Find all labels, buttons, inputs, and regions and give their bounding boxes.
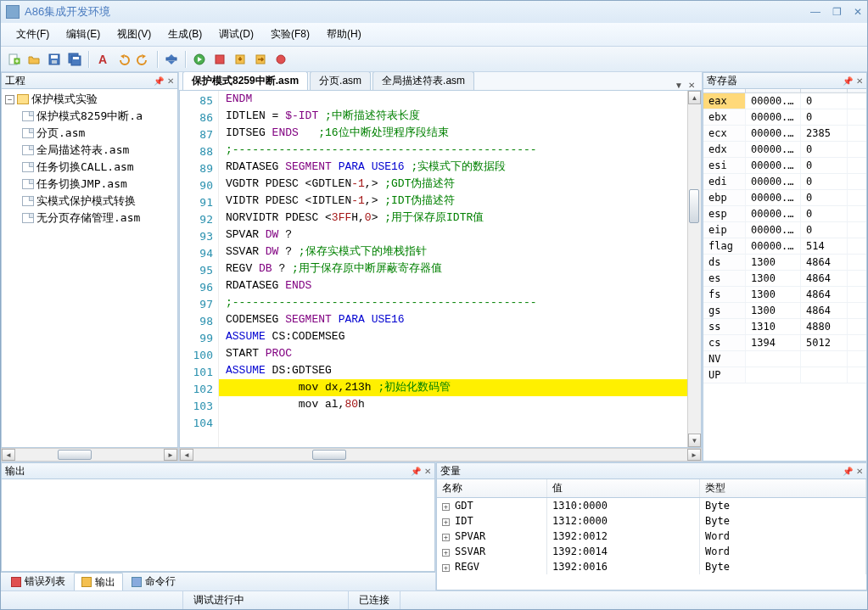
code-line[interactable]: IDTSEG ENDS ;16位中断处理程序段结束 — [219, 125, 687, 142]
variable-row[interactable]: +GDT1310:0000Byte — [437, 498, 866, 513]
pin-icon[interactable]: 📌 — [843, 76, 853, 86]
menu-item[interactable]: 文件(F) — [8, 25, 58, 44]
minimize-button[interactable]: — — [810, 6, 820, 18]
variable-row[interactable]: +SPVAR1392:0012Word — [437, 529, 866, 544]
output-tab[interactable]: 命令行 — [125, 573, 182, 590]
editor-vscroll[interactable]: ▲▼ — [687, 91, 701, 447]
expand-icon[interactable]: + — [442, 534, 450, 541]
register-row[interactable]: ebp00000...0 — [703, 190, 866, 206]
code-line[interactable]: REGV DB ? ;用于保存原中断屏蔽寄存器值 — [219, 260, 687, 277]
code-line[interactable]: RDATASEG SEGMENT PARA USE16 ;实模式下的数据段 — [219, 159, 687, 176]
close-button[interactable]: ✕ — [854, 6, 862, 18]
code-line[interactable]: CODEMSEG SEGMENT PARA USE16 — [219, 311, 687, 328]
menu-item[interactable]: 视图(V) — [109, 25, 160, 44]
code-line[interactable]: IDTLEN = $-IDT ;中断描述符表长度 — [219, 108, 687, 125]
tab-dropdown-icon[interactable]: ▼ — [675, 81, 683, 90]
code-line[interactable]: ASSUME CS:CODEMSEG — [219, 328, 687, 345]
output-tab[interactable]: 输出 — [74, 573, 123, 591]
run-button[interactable] — [190, 50, 209, 69]
tree-file[interactable]: 分页.asm — [19, 125, 177, 142]
tree-file[interactable]: 实模式保护模式转换 — [19, 193, 177, 210]
code-line[interactable]: ;---------------------------------------… — [219, 294, 687, 311]
close-panel-icon[interactable]: ✕ — [856, 76, 863, 86]
file-icon — [22, 128, 34, 138]
code-line[interactable]: mov dx,213h ;初始化数码管 — [219, 379, 687, 396]
tree-file[interactable]: 保护模式8259中断.a — [19, 108, 177, 125]
variable-row[interactable]: +REGV1392:0016Byte — [437, 559, 866, 574]
register-row[interactable]: NV — [703, 351, 866, 367]
register-row[interactable]: ecx00000...2385 — [703, 126, 866, 142]
step-into-button[interactable] — [231, 50, 249, 69]
register-row[interactable]: flag00000...514 — [703, 238, 866, 255]
close-panel-icon[interactable]: ✕ — [167, 76, 174, 86]
undo-button[interactable] — [114, 50, 132, 69]
save-button[interactable] — [45, 50, 64, 69]
expand-icon[interactable]: + — [442, 518, 450, 526]
editor-hscroll[interactable]: ◄► — [179, 448, 702, 462]
register-row[interactable]: ds13004864 — [703, 255, 866, 271]
tree-root[interactable]: −保护模式实验 — [2, 91, 177, 108]
editor-tab[interactable]: 全局描述符表.asm — [372, 72, 474, 90]
menu-item[interactable]: 实验(F8) — [262, 25, 318, 44]
close-panel-icon[interactable]: ✕ — [856, 467, 863, 476]
register-row[interactable]: UP — [703, 367, 866, 383]
tree-file[interactable]: 全局描述符表.asm — [19, 142, 177, 159]
expand-icon[interactable]: + — [442, 564, 450, 572]
open-button[interactable] — [25, 50, 43, 69]
editor-tab[interactable]: 分页.asm — [310, 72, 371, 90]
code-line[interactable]: ;---------------------------------------… — [219, 142, 687, 159]
menu-item[interactable]: 调试(D) — [210, 25, 262, 44]
register-row[interactable]: ebx00000...0 — [703, 109, 866, 126]
code-line[interactable]: NORVIDTR PDESC <3FFH,0> ;用于保存原IDTR值 — [219, 210, 687, 227]
font-button[interactable]: A — [93, 50, 112, 69]
pin-icon[interactable]: 📌 — [154, 76, 164, 86]
code-line[interactable]: VGDTR PDESC <GDTLEN-1,> ;GDT伪描述符 — [219, 176, 687, 193]
editor-tab[interactable]: 保护模式8259中断.asm — [182, 72, 308, 90]
build-button[interactable] — [162, 50, 181, 69]
register-row[interactable]: gs13004864 — [703, 303, 866, 319]
register-row[interactable]: eax00000...0 — [703, 93, 866, 109]
new-file-button[interactable] — [4, 50, 23, 69]
save-all-button[interactable] — [65, 50, 84, 69]
pin-icon[interactable]: 📌 — [411, 467, 421, 476]
tree-file[interactable]: 无分页存储管理.asm — [19, 210, 177, 227]
close-panel-icon[interactable]: ✕ — [424, 467, 431, 476]
register-row[interactable]: ss13104880 — [703, 319, 866, 335]
variable-row[interactable]: +SSVAR1392:0014Word — [437, 544, 866, 559]
register-row[interactable]: cs13945012 — [703, 335, 866, 351]
code-line[interactable]: mov al,80h — [219, 396, 687, 413]
register-row[interactable]: es13004864 — [703, 271, 866, 287]
register-row[interactable]: esp00000...0 — [703, 206, 866, 222]
maximize-button[interactable]: ❐ — [832, 6, 842, 18]
code-line[interactable]: VIDTR PDESC <IDTLEN-1,> ;IDT伪描述符 — [219, 193, 687, 210]
tab-close-icon[interactable]: ✕ — [688, 81, 695, 90]
register-row[interactable]: edx00000...0 — [703, 142, 866, 158]
redo-button[interactable] — [134, 50, 153, 69]
register-row[interactable]: eip00000...0 — [703, 222, 866, 238]
breakpoint-button[interactable] — [272, 50, 290, 69]
step-over-button[interactable] — [251, 50, 270, 69]
code-line[interactable]: ENDM — [219, 91, 687, 108]
tree-file[interactable]: 任务切换JMP.asm — [19, 176, 177, 193]
register-row[interactable]: esi00000...0 — [703, 158, 866, 174]
code-area[interactable]: ENDMIDTLEN = $-IDT ;中断描述符表长度IDTSEG ENDS … — [219, 91, 687, 447]
expand-icon[interactable]: + — [442, 549, 450, 557]
register-row[interactable]: fs13004864 — [703, 287, 866, 303]
code-line[interactable]: SPVAR DW ? — [219, 227, 687, 243]
code-line[interactable]: SSVAR DW ? ;保存实模式下的堆栈指针 — [219, 243, 687, 260]
pin-icon[interactable]: 📌 — [843, 467, 853, 476]
tree-file[interactable]: 任务切换CALL.asm — [19, 159, 177, 176]
menu-item[interactable]: 生成(B) — [160, 25, 210, 44]
code-line[interactable]: ASSUME DS:GDTSEG — [219, 362, 687, 379]
code-line[interactable]: START PROC — [219, 345, 687, 362]
menu-item[interactable]: 编辑(E) — [58, 25, 109, 44]
menu-item[interactable]: 帮助(H) — [318, 25, 370, 44]
code-line[interactable]: RDATASEG ENDS — [219, 277, 687, 294]
stop-button[interactable] — [210, 50, 229, 69]
output-tab[interactable]: 错误列表 — [4, 573, 72, 590]
collapse-icon[interactable]: − — [5, 95, 14, 104]
expand-icon[interactable]: + — [442, 503, 450, 511]
register-row[interactable]: edi00000...0 — [703, 174, 866, 190]
variable-row[interactable]: +IDT1312:0000Byte — [437, 513, 866, 529]
project-hscroll[interactable]: ◄► — [1, 448, 178, 462]
